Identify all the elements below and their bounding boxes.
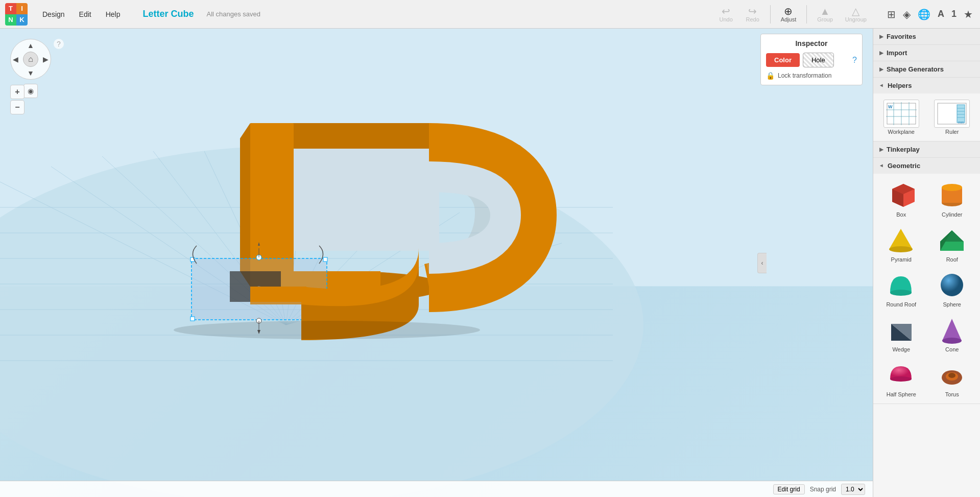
section-geometric: ▼ Geometric Box <box>873 158 980 404</box>
section-import-header[interactable]: ▶ Import <box>873 45 980 61</box>
pyramid-label: Pyramid <box>891 256 912 263</box>
roof-thumb <box>937 225 967 255</box>
snap-grid-select[interactable]: 1.0 0.5 2.0 <box>841 484 865 495</box>
shape-sphere[interactable]: Sphere <box>933 268 971 310</box>
right-sidebar: ▶ Favorites ▶ Import ▶ Shape Generators … <box>873 29 980 497</box>
workplane-thumb: W <box>883 100 919 128</box>
shape-round-roof[interactable]: Round Roof <box>882 268 920 310</box>
half-sphere-thumb <box>886 360 917 390</box>
section-tinkerplay-header[interactable]: ▶ Tinkerplay <box>873 141 980 157</box>
shape-pyramid[interactable]: Pyramid <box>882 223 920 265</box>
shape-box[interactable]: Box <box>882 178 920 220</box>
section-shape-generators-header[interactable]: ▶ Shape Generators <box>873 61 980 77</box>
nav-ring[interactable]: ▲ ▼ ◀ ▶ ⌂ <box>10 39 51 80</box>
section-favorites-header[interactable]: ▶ Favorites <box>873 29 980 44</box>
project-name[interactable]: Letter Cube <box>143 9 194 19</box>
lock-label: Lock transformation <box>778 72 831 79</box>
nav-down-arrow[interactable]: ▼ <box>27 69 34 77</box>
shape-wedge[interactable]: Wedge <box>882 313 920 354</box>
svg-text:mm: mm <box>958 121 964 124</box>
nav-right-arrow[interactable]: ▶ <box>43 55 49 63</box>
menu-help[interactable]: Help <box>99 7 128 21</box>
shape-roof[interactable]: Roof <box>933 223 971 265</box>
svg-rect-52 <box>957 105 965 123</box>
help-icon[interactable]: ? <box>54 39 64 49</box>
separator-2 <box>806 5 807 23</box>
canvas-area[interactable]: ▲ ▼ ◀ ▶ ⌂ ◉ + − ? Inspector Color Hole ?… <box>0 29 873 497</box>
shape-cylinder[interactable]: Cylinder <box>933 178 971 220</box>
scene-viewport <box>0 29 873 497</box>
globe-view-icon[interactable]: 🌐 <box>916 6 933 22</box>
section-favorites: ▶ Favorites <box>873 29 980 45</box>
shape-generators-label: Shape Generators <box>887 65 944 73</box>
star-icon[interactable]: ★ <box>962 6 975 22</box>
undo-button[interactable]: ↩ Undo <box>715 4 737 25</box>
svg-rect-33 <box>190 317 195 321</box>
section-geometric-header[interactable]: ▼ Geometric <box>873 158 980 174</box>
group-icon: ▲ <box>820 6 830 16</box>
logo-n: N <box>5 14 16 26</box>
cone-thumb <box>937 315 967 345</box>
ruler-label: Ruler <box>945 129 959 135</box>
topbar: T I N K Design Edit Help Letter Cube All… <box>0 0 980 29</box>
snap-grid-label: Snap grid <box>810 486 836 493</box>
cylinder-label: Cylinder <box>942 211 962 218</box>
nav-left-arrow[interactable]: ◀ <box>13 55 18 63</box>
color-button[interactable]: Color <box>766 53 800 67</box>
zoom-out-button[interactable]: − <box>10 100 25 114</box>
shape-half-sphere[interactable]: Half Sphere <box>882 358 920 399</box>
svg-point-79 <box>948 373 955 378</box>
hole-button[interactable]: Hole <box>803 53 834 67</box>
helper-workplane[interactable]: W Workplane <box>881 98 922 137</box>
menu-design[interactable]: Design <box>35 7 72 21</box>
view-icons: ⊞ ◈ 🌐 A 1 ★ <box>885 6 975 22</box>
wedge-label: Wedge <box>892 346 910 352</box>
edit-grid-button[interactable]: Edit grid <box>773 484 805 494</box>
section-helpers-header[interactable]: ▼ Helpers <box>873 78 980 93</box>
svg-text:W: W <box>888 104 893 109</box>
tinkerplay-label: Tinkerplay <box>887 146 920 153</box>
inspector-buttons: Color Hole ? <box>766 53 857 67</box>
number-view-icon[interactable]: 1 <box>949 7 959 21</box>
section-shape-generators: ▶ Shape Generators <box>873 61 980 78</box>
svg-point-43 <box>174 321 480 339</box>
workplane-label: Workplane <box>888 129 915 135</box>
toolbar-icons: ↩ Undo ↪ Redo ⊕ Adjust ▲ Group △ Ungroup… <box>715 4 975 25</box>
svg-marker-74 <box>942 319 962 341</box>
shape-torus[interactable]: Torus <box>933 358 971 399</box>
saved-status: All changes saved <box>207 10 261 18</box>
adjust-button[interactable]: ⊕ Adjust <box>777 4 801 25</box>
logo-t: T <box>5 3 16 14</box>
sidebar-collapse-button[interactable]: ‹ <box>757 253 767 273</box>
section-helpers: ▼ Helpers <box>873 78 980 141</box>
sphere-label: Sphere <box>943 301 961 307</box>
box-thumb <box>886 180 917 210</box>
helper-ruler[interactable]: mm Ruler <box>931 98 972 137</box>
menu-edit[interactable]: Edit <box>72 7 99 21</box>
helpers-label: Helpers <box>888 82 912 89</box>
import-label: Import <box>887 49 907 57</box>
round-roof-thumb <box>886 270 917 300</box>
inspector-help-icon[interactable]: ? <box>852 56 857 65</box>
section-tinkerplay: ▶ Tinkerplay <box>873 141 980 158</box>
nav-view-button[interactable]: ◉ <box>23 84 38 98</box>
tinkercad-logo[interactable]: T I N K <box>5 3 28 26</box>
group-button[interactable]: ▲ Group <box>813 4 837 25</box>
shape-cone[interactable]: Cone <box>933 313 971 354</box>
torus-label: Torus <box>945 391 959 397</box>
zoom-in-button[interactable]: + <box>10 85 25 99</box>
text-view-icon[interactable]: A <box>936 7 946 21</box>
redo-button[interactable]: ↪ Redo <box>742 4 764 25</box>
ungroup-button[interactable]: △ Ungroup <box>841 4 871 25</box>
nav-up-arrow[interactable]: ▲ <box>27 41 34 50</box>
grid-view-icon[interactable]: ⊞ <box>885 6 898 22</box>
lock-transformation[interactable]: 🔒 Lock transformation <box>766 72 857 80</box>
round-roof-label: Round Roof <box>886 301 916 307</box>
section-import: ▶ Import <box>873 45 980 61</box>
logo-k: K <box>16 14 28 26</box>
3d-view-icon[interactable]: ◈ <box>901 6 913 22</box>
ruler-thumb: mm <box>934 100 970 128</box>
wedge-thumb <box>886 315 917 345</box>
nav-home-button[interactable]: ⌂ <box>23 52 38 67</box>
ungroup-icon: △ <box>852 6 859 16</box>
